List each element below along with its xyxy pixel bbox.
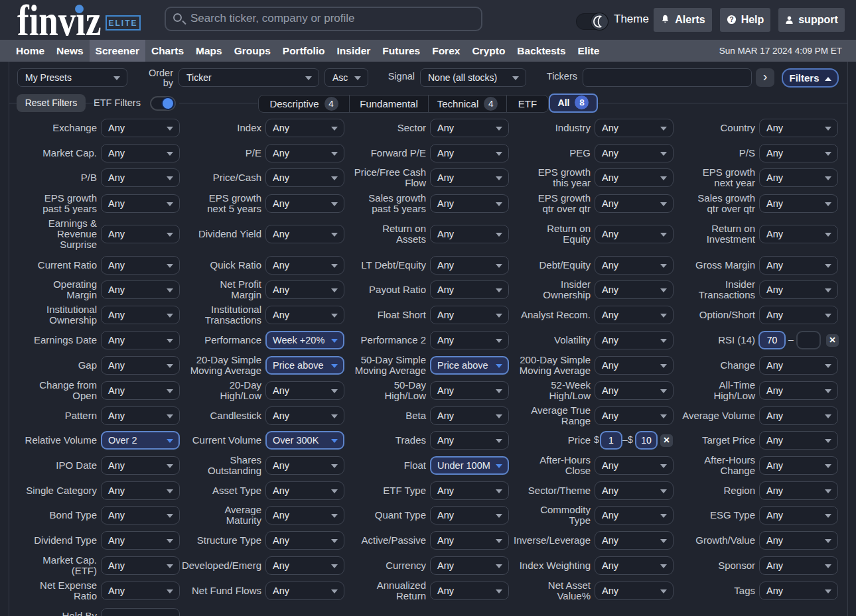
svg-text:?: ?: [729, 16, 733, 23]
